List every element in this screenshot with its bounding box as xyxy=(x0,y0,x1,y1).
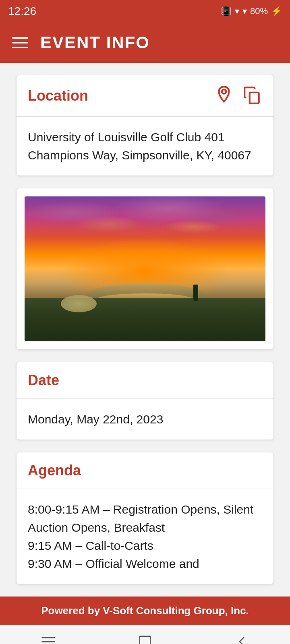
battery-bolt: ⚡ xyxy=(271,6,282,17)
location-card-body: University of Louisville Golf Club 401 C… xyxy=(17,117,273,175)
status-icons: 📳 ▾ ▾ 80% ⚡ xyxy=(221,6,282,17)
agenda-content: 8:00-9:15 AM – Registration Opens, Silen… xyxy=(28,503,253,570)
date-card: Date Monday, May 22nd, 2023 xyxy=(16,362,274,440)
location-card-title: Location xyxy=(28,87,88,104)
date-card-body: Monday, May 22nd, 2023 xyxy=(17,399,273,440)
signal-icon: ▾ xyxy=(242,6,247,17)
status-time: 12:26 xyxy=(8,5,36,18)
status-bar: 12:26 📳 ▾ ▾ 80% ⚡ xyxy=(0,0,290,23)
sunset-background xyxy=(25,196,265,341)
sand-trap xyxy=(61,295,97,312)
app-footer: Powered by V-Soft Consulting Group, Inc. xyxy=(0,597,290,625)
venue-image-card xyxy=(16,188,274,350)
agenda-card-header: Agenda xyxy=(17,452,273,489)
copy-icon[interactable] xyxy=(242,85,262,107)
location-card: Location University of Louisville Golf xyxy=(16,75,274,176)
agenda-card-title: Agenda xyxy=(28,462,81,479)
hamburger-line-1 xyxy=(12,37,28,39)
date-card-title: Date xyxy=(28,372,59,389)
tree xyxy=(193,285,198,301)
bottom-nav xyxy=(0,625,290,644)
wifi-icon: ▾ xyxy=(235,6,239,17)
clouds xyxy=(25,196,265,276)
location-header-icons xyxy=(214,85,262,107)
app-header: EVENT INFO xyxy=(0,23,290,63)
location-pin-icon[interactable] xyxy=(214,85,234,107)
hamburger-line-2 xyxy=(12,42,28,43)
svg-rect-5 xyxy=(140,636,151,644)
nav-back-button[interactable] xyxy=(230,630,254,644)
svg-rect-1 xyxy=(250,93,259,103)
page-title: EVENT INFO xyxy=(40,33,150,52)
nav-home-button[interactable] xyxy=(133,630,157,644)
venue-image xyxy=(25,196,265,341)
location-card-header: Location xyxy=(17,75,273,117)
agenda-card-body: 8:00-9:15 AM – Registration Opens, Silen… xyxy=(17,489,273,584)
battery-text: 80% xyxy=(250,6,268,17)
nav-menu-button[interactable] xyxy=(36,630,60,644)
date-card-header: Date xyxy=(17,362,273,399)
event-date: Monday, May 22nd, 2023 xyxy=(28,413,163,426)
svg-point-0 xyxy=(222,89,226,93)
menu-button[interactable] xyxy=(12,37,28,48)
location-address: University of Louisville Golf Club 401 C… xyxy=(28,130,251,162)
agenda-card: Agenda 8:00-9:15 AM – Registration Opens… xyxy=(16,452,274,584)
vibrate-icon: 📳 xyxy=(221,6,232,17)
hamburger-line-3 xyxy=(12,47,28,48)
main-content: Location University of Louisville Golf xyxy=(0,63,290,597)
footer-text: Powered by V-Soft Consulting Group, Inc. xyxy=(41,605,249,617)
